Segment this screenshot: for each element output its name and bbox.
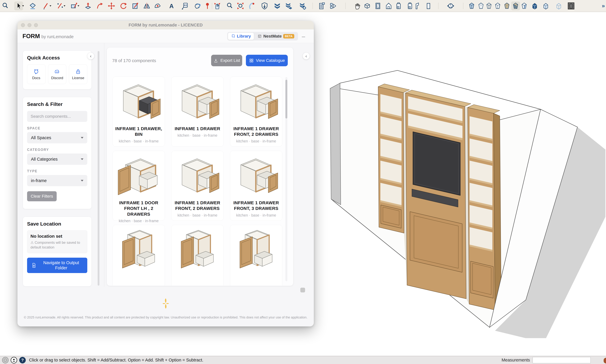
toolbar-door-panel-icon[interactable]: [373, 1, 382, 10]
sidebar-divider: [104, 43, 104, 287]
help-icon[interactable]: ?: [19, 357, 26, 364]
toolbar-hand-icon[interactable]: [353, 1, 362, 10]
toolbar-push-pull-icon[interactable]: [84, 1, 92, 10]
component-subtitle: kitchen · base · in-frame: [119, 139, 159, 143]
grid-scrollbar-thumb[interactable]: [285, 80, 287, 118]
toolbar-scale-icon[interactable]: [131, 1, 140, 10]
toolbar-offset-icon[interactable]: [153, 1, 162, 10]
toolbar-rotate-icon[interactable]: [119, 1, 128, 10]
toolbar-select-icon[interactable]: [14, 1, 23, 10]
toolbar-panel-b-icon[interactable]: [424, 1, 433, 10]
account-icon[interactable]: [11, 357, 17, 364]
toolbar-toolbar-overflow-icon[interactable]: »: [599, 1, 606, 10]
component-card[interactable]: [230, 225, 282, 286]
toolbar-import-component-icon[interactable]: [260, 1, 269, 10]
component-card[interactable]: INFRAME 1 DRAWER FRONT, 2 DRAWERS kitche…: [171, 151, 224, 221]
tab-nestmate[interactable]: NestMate BETA: [254, 33, 297, 40]
type-label: TYPE: [27, 169, 87, 173]
toolbar-zoom-icon[interactable]: [225, 1, 234, 10]
caret-down-icon[interactable]: [50, 5, 51, 7]
component-card[interactable]: INFRAME 1 DRAWER kitchen · base · in-fra…: [171, 77, 224, 147]
sidebar-scrollbar[interactable]: [98, 51, 99, 286]
type-select[interactable]: in-frame: [27, 175, 87, 186]
toolbar-scene-thumbnail-icon[interactable]: [567, 1, 576, 10]
geolocation-icon[interactable]: [2, 357, 9, 364]
toolbar-rectangle-icon[interactable]: [69, 1, 79, 10]
component-card[interactable]: INFRAME 1 DRAWER, BIN kitchen · base · i…: [113, 77, 165, 147]
component-title: INFRAME 1 DRAWER FRONT, 2 DRAWERS: [173, 200, 221, 211]
resize-grip[interactable]: [604, 358, 606, 364]
toolbar-panel-a-icon[interactable]: [413, 1, 422, 10]
tab-library[interactable]: Library: [228, 33, 254, 40]
toolbar-move-icon[interactable]: [107, 1, 116, 10]
toolbar-paint-icon[interactable]: [193, 1, 202, 10]
quick-access-discord[interactable]: Discord: [48, 65, 66, 84]
export-list-button[interactable]: Export List: [211, 55, 242, 66]
toolbar-component-box-icon[interactable]: [363, 1, 372, 10]
toolbar-view-front-icon[interactable]: [541, 1, 550, 10]
toolbar-outliner-icon[interactable]: [317, 1, 326, 10]
toolbar-style-xray-icon[interactable]: [467, 1, 476, 10]
toolbar-stack-icon[interactable]: [273, 1, 282, 10]
category-select[interactable]: All Categories: [27, 154, 87, 165]
toolbar-eraser-icon[interactable]: [28, 1, 37, 10]
search-input[interactable]: [27, 111, 87, 122]
toolbar-stack-settings-icon[interactable]: [298, 1, 307, 10]
toolbar-cabinet-a-icon[interactable]: [394, 1, 403, 10]
toolbar-search-icon[interactable]: [1, 1, 10, 10]
toolbar-follow-me-icon[interactable]: [95, 1, 104, 10]
toolbar-previous-view-icon[interactable]: [247, 1, 256, 10]
svg-text:A1: A1: [184, 4, 187, 7]
minimize-window-button[interactable]: [27, 23, 31, 27]
toolbar-line-icon[interactable]: [41, 1, 51, 10]
toolbar-pan-icon[interactable]: [213, 1, 222, 10]
toolbar-section-plane-icon[interactable]: CA-B: [446, 1, 455, 10]
window-titlebar[interactable]: FORM by runLemonade - LICENCED: [17, 21, 314, 29]
component-card[interactable]: [113, 225, 165, 286]
panel-collapse-button[interactable]: ‹: [303, 52, 310, 59]
toolbar-stack-export-icon[interactable]: [284, 1, 293, 10]
caret-down-icon[interactable]: [64, 5, 66, 7]
zoom-window-button[interactable]: [34, 23, 38, 27]
quick-access-docs[interactable]: Docs: [27, 65, 45, 84]
toolbar-style-hidden-line-icon[interactable]: [493, 1, 502, 10]
toolbar-style-monochrome-icon[interactable]: [520, 1, 529, 10]
quick-access-license[interactable]: License: [69, 65, 87, 84]
view-catalogue-button[interactable]: View Catalogue: [246, 55, 288, 66]
toolbar-separator: [345, 3, 346, 9]
component-title: INFRAME 1 DRAWER FRONT, 3 DRAWERS: [232, 200, 280, 211]
toolbar-style-textured-icon[interactable]: [511, 1, 520, 10]
close-button[interactable]: [21, 23, 25, 27]
caret-down-icon[interactable]: [22, 5, 24, 7]
type-value: in-frame: [31, 178, 47, 183]
3d-viewport[interactable]: [326, 65, 606, 338]
toolbar-label-icon[interactable]: A1: [180, 1, 189, 10]
toolbar-flip-icon[interactable]: [142, 1, 151, 10]
component-card[interactable]: [171, 225, 224, 286]
toolbar-cabinet-b-icon[interactable]: [406, 1, 414, 10]
toolbar-zoom-extents-icon[interactable]: [236, 1, 245, 10]
toolbar-house-icon[interactable]: [384, 1, 393, 10]
measurements-input[interactable]: [533, 357, 591, 363]
toolbar-style-shaded-icon[interactable]: [502, 1, 511, 10]
toolbar-pin-icon[interactable]: [203, 1, 212, 10]
component-card[interactable]: INFRAME 1 DRAWER FRONT, 3 DRAWERS kitche…: [230, 151, 282, 221]
space-select[interactable]: All Spaces: [27, 132, 87, 143]
toolbar-text-icon[interactable]: A: [167, 1, 176, 10]
toolbar-style-back-edges-icon[interactable]: [476, 1, 486, 10]
component-grid: INFRAME 1 DRAWER, BIN kitchen · base · i…: [113, 77, 284, 286]
toolbar-style-wireframe-icon[interactable]: [485, 1, 493, 10]
component-card[interactable]: INFRAME 1 DOOR FRONT LH , 2 DRAWERS kitc…: [113, 151, 165, 221]
component-card[interactable]: INFRAME 1 DRAWER FRONT, 2 DRAWERS kitche…: [230, 77, 282, 147]
toolbar-arc-icon[interactable]: [56, 1, 65, 10]
sidebar-collapse-button[interactable]: ‹: [87, 52, 94, 59]
svg-text:C: C: [450, 3, 451, 6]
navigate-output-button[interactable]: Navigate to Output Folder: [27, 258, 87, 273]
save-location-status-box: No location set ⚠ Components will be sav…: [27, 230, 87, 253]
toolbar-panels-icon[interactable]: [329, 1, 338, 10]
clear-filters-button[interactable]: Clear Filters: [27, 191, 57, 201]
collapse-window-button[interactable]: –: [302, 33, 305, 40]
toolbar-view-top-icon[interactable]: [554, 1, 563, 10]
toolbar-view-iso-icon[interactable]: [530, 1, 539, 10]
caret-down-icon[interactable]: [78, 5, 79, 7]
